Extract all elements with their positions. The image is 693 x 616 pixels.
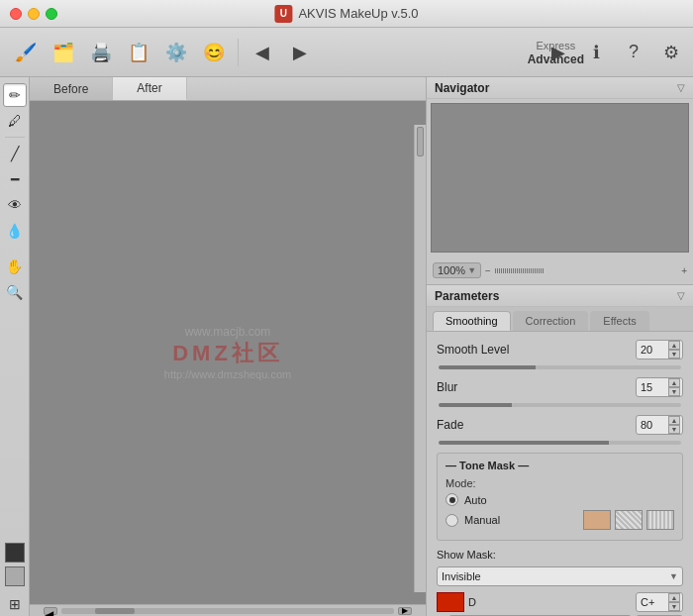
scroll-track-h[interactable] bbox=[61, 608, 394, 614]
forward-btn[interactable]: ▶ bbox=[282, 35, 318, 70]
fade-value[interactable]: 80 ▲ ▼ bbox=[636, 415, 683, 435]
minimize-button[interactable] bbox=[28, 8, 40, 20]
radio-auto[interactable] bbox=[446, 493, 458, 506]
fade-slider[interactable] bbox=[439, 441, 681, 445]
tool-line[interactable]: ━ bbox=[3, 167, 27, 191]
zoom-slider-container: − bbox=[485, 265, 687, 276]
navigator-controls: 100% ▼ − bbox=[427, 257, 693, 284]
tab-before[interactable]: Before bbox=[30, 77, 113, 100]
navigator-title: Navigator bbox=[435, 81, 489, 95]
d-stepper[interactable]: ▲ ▼ bbox=[668, 593, 680, 611]
smooth-level-stepper[interactable]: ▲ ▼ bbox=[668, 341, 680, 359]
foreground-color[interactable] bbox=[5, 543, 25, 563]
show-mask-dropdown[interactable]: Invisible ▼ bbox=[437, 566, 683, 586]
canvas-content bbox=[30, 101, 426, 604]
parameters-collapse[interactable]: ▽ bbox=[677, 290, 685, 301]
smooth-level-down[interactable]: ▼ bbox=[668, 350, 680, 359]
scroll-left-btn[interactable]: ◀ bbox=[44, 607, 57, 615]
back-btn[interactable]: ◀ bbox=[245, 35, 280, 70]
smooth-level-up[interactable]: ▲ bbox=[668, 341, 680, 350]
d-c-section: D C+ ▲ ▼ C ange ▼ bbox=[437, 592, 683, 616]
d-up[interactable]: ▲ bbox=[668, 593, 680, 602]
scroll-right-btn[interactable]: ▶ bbox=[398, 607, 412, 615]
zoom-plus-icon[interactable]: + bbox=[681, 265, 687, 276]
tool-hand[interactable]: ✋ bbox=[3, 255, 27, 278]
toolbar: 🖌️ 🗂️ 🖨️ 📋 ⚙️ 😊 ◀ ▶ Express Advanced ▶ ℹ… bbox=[0, 28, 693, 77]
tone-mask-title: — Tone Mask — bbox=[446, 460, 674, 471]
title-bar: U AKVIS MakeUp v.5.0 bbox=[0, 0, 693, 28]
canvas-area: Before After www.macjb.com DMZ社区 http://… bbox=[30, 77, 426, 616]
fade-stepper[interactable]: ▲ ▼ bbox=[668, 416, 680, 434]
gear-btn[interactable]: ⚙ bbox=[653, 35, 689, 70]
blur-stepper[interactable]: ▲ ▼ bbox=[668, 378, 680, 396]
smooth-level-value[interactable]: 20 ▲ ▼ bbox=[636, 340, 683, 359]
swatch-skin[interactable] bbox=[583, 510, 611, 530]
navigator-header: Navigator ▽ bbox=[427, 77, 693, 99]
tool-divider bbox=[5, 137, 25, 138]
blur-down[interactable]: ▼ bbox=[668, 387, 680, 396]
print-btn[interactable]: 🖨️ bbox=[83, 35, 119, 70]
open-btn[interactable]: 🗂️ bbox=[46, 35, 81, 70]
blur-label: Blur bbox=[437, 380, 630, 394]
zoom-dropdown-arrow: ▼ bbox=[467, 265, 476, 275]
radio-manual-row: Manual bbox=[446, 510, 674, 530]
blur-value[interactable]: 15 ▲ ▼ bbox=[636, 377, 683, 397]
reset-colors[interactable]: ⊞ bbox=[3, 592, 27, 616]
tool-brush[interactable]: ╱ bbox=[3, 142, 27, 165]
blur-row: Blur 15 ▲ ▼ bbox=[437, 377, 683, 397]
canvas-scrollbar-v[interactable] bbox=[414, 125, 426, 592]
tab-correction[interactable]: Correction bbox=[513, 311, 589, 331]
tool-dropper[interactable]: 🖊 bbox=[3, 109, 27, 133]
tab-after[interactable]: After bbox=[113, 77, 186, 100]
d-color-swatch[interactable] bbox=[437, 592, 464, 612]
traffic-lights bbox=[0, 8, 57, 20]
face-btn[interactable]: 😊 bbox=[196, 35, 232, 70]
zoom-display[interactable]: 100% ▼ bbox=[433, 262, 481, 278]
bg-color-btn[interactable] bbox=[5, 566, 25, 586]
brush-tool-btn[interactable]: 🖌️ bbox=[8, 35, 44, 70]
show-mask-row: Show Mask: bbox=[437, 549, 683, 561]
swatch-pattern1[interactable] bbox=[615, 510, 643, 530]
tool-drop[interactable]: 💧 bbox=[3, 219, 27, 243]
d-value-box[interactable]: C+ ▲ ▼ bbox=[636, 592, 683, 612]
zoom-ticks bbox=[495, 266, 677, 274]
d-down[interactable]: ▼ bbox=[668, 602, 680, 611]
maximize-button[interactable] bbox=[46, 8, 57, 20]
info-btn[interactable]: ℹ bbox=[578, 35, 614, 70]
scroll-thumb-h[interactable] bbox=[95, 608, 135, 614]
fade-down[interactable]: ▼ bbox=[668, 425, 680, 434]
blur-slider[interactable] bbox=[439, 403, 681, 407]
d-row: D C+ ▲ ▼ bbox=[437, 592, 683, 612]
help-btn[interactable]: ? bbox=[616, 35, 651, 70]
radio-manual[interactable] bbox=[446, 514, 458, 527]
canvas-scrollbar-h[interactable]: ◀ ▶ bbox=[30, 604, 426, 616]
zoom-minus-icon[interactable]: − bbox=[485, 265, 491, 276]
radio-auto-label: Auto bbox=[464, 494, 487, 506]
main-layout: ✏ 🖊 ╱ ━ 👁 💧 ✋ 🔍 ⊞ Before After www. bbox=[0, 77, 693, 616]
tool-zoom[interactable]: 🔍 bbox=[3, 280, 27, 304]
smooth-level-label: Smooth Level bbox=[437, 343, 630, 357]
navigator-collapse[interactable]: ▽ bbox=[677, 82, 685, 93]
dropdown-arrow-icon: ▼ bbox=[669, 571, 678, 581]
smooth-level-slider[interactable] bbox=[439, 365, 681, 369]
settings-btn[interactable]: ⚙️ bbox=[158, 35, 194, 70]
right-panel: Navigator ▽ 100% ▼ − bbox=[426, 77, 693, 616]
show-mask-label: Show Mask: bbox=[437, 549, 683, 561]
blur-up[interactable]: ▲ bbox=[668, 378, 680, 387]
navigator-preview bbox=[431, 103, 689, 253]
left-toolbar: ✏ 🖊 ╱ ━ 👁 💧 ✋ 🔍 ⊞ bbox=[0, 77, 30, 616]
scroll-thumb-v[interactable] bbox=[417, 127, 424, 156]
window-title-area: U AKVIS MakeUp v.5.0 bbox=[274, 5, 418, 23]
parameters-title: Parameters bbox=[435, 289, 499, 303]
play-btn[interactable]: ▶ bbox=[541, 35, 576, 70]
close-button[interactable] bbox=[10, 8, 22, 20]
swatch-pattern2[interactable] bbox=[646, 510, 674, 530]
window-title: AKVIS MakeUp v.5.0 bbox=[298, 6, 418, 21]
tool-eye[interactable]: 👁 bbox=[3, 193, 27, 217]
tab-effects[interactable]: Effects bbox=[590, 311, 648, 331]
tool-pencil[interactable]: ✏ bbox=[3, 83, 27, 107]
tab-smoothing[interactable]: Smoothing bbox=[433, 311, 511, 331]
fade-up[interactable]: ▲ bbox=[668, 416, 680, 425]
printer2-btn[interactable]: 📋 bbox=[121, 35, 156, 70]
radio-auto-row: Auto bbox=[446, 493, 674, 506]
